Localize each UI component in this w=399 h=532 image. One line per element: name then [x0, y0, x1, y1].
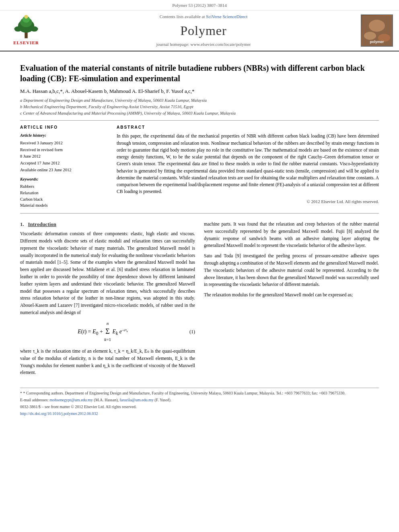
intro-right-para-2: The relaxation modulus for the generaliz…: [204, 292, 379, 299]
article-info-col: ARTICLE INFO Article history: Received 3…: [20, 125, 109, 209]
issn-line: 0032-3861/$ – see front matter © 2012 El…: [20, 404, 379, 410]
journal-homepage: journal homepage: www.elsevier.com/locat…: [156, 41, 251, 47]
elsevier-logo: ELSEVIER: [4, 14, 48, 47]
polymer-cover-image: polymer: [362, 16, 392, 46]
svg-point-8: [369, 20, 385, 32]
abstract-heading: ABSTRACT: [117, 125, 379, 130]
accepted-date: Accepted 17 June 2012: [20, 160, 109, 166]
journal-name: Polymer: [180, 22, 226, 40]
affiliation-a: a Department of Engineering Design and M…: [20, 97, 379, 104]
polymer-logo: polymer: [359, 14, 395, 47]
contents-text: Contents lists available at: [160, 14, 205, 19]
formula-block: E(t) = E0 + n Σ k=1 Ek e: [20, 320, 195, 344]
keyword-2: Carbon black: [20, 197, 109, 203]
svg-point-4: [24, 15, 28, 18]
star-footnote: * * Corresponding authors. Department of…: [20, 390, 379, 396]
footnotes: * * Corresponding authors. Department of…: [20, 388, 379, 417]
keywords-label: Keywords:: [20, 177, 109, 183]
elsevier-brand-text: ELSEVIER: [13, 40, 39, 46]
doi-line: http://dx.doi.org/10.1016/j.polymer.2012…: [20, 411, 379, 417]
affiliation-b: b Mechanical Engineering Department, Fac…: [20, 104, 379, 110]
svg-point-6: [31, 27, 38, 32]
intro-left-col: 1. Introduction Viscoelastic deformation…: [20, 221, 195, 380]
intro-right-para-1: Sato and Toda [9] investigated the peeli…: [204, 253, 379, 288]
email1-link[interactable]: mohsenegypt@um.edu.my: [49, 398, 93, 402]
affiliation-c: c Center of Advanced Manufacturing and M…: [20, 110, 379, 117]
formula-description: where τ_k is the relaxation time of an e…: [20, 348, 195, 376]
page: Polymer 53 (2012) 3807–3814 ELSEVIER: [0, 0, 399, 532]
star-note-text: * Corresponding authors. Department of E…: [23, 391, 346, 395]
intro-heading-num: 1.: [20, 221, 24, 227]
email1-author: (M.A. Hassan),: [94, 398, 119, 402]
keyword-0: Rubbers: [20, 184, 109, 190]
email2-author: (F. Yusof).: [154, 398, 171, 402]
star-icon: *: [20, 391, 22, 395]
abstract-col: ABSTRACT In this paper, the experimental…: [117, 125, 379, 209]
article-info-heading: ARTICLE INFO: [20, 125, 109, 130]
email-footnote: E-mail addresses: mohsenegypt@um.edu.my …: [20, 397, 379, 403]
citation-text: Polymer 53 (2012) 3807–3814: [172, 3, 226, 8]
formula-number: (1): [189, 329, 195, 335]
keyword-1: Relaxation: [20, 190, 109, 196]
revised-label: Received in revised form: [20, 147, 109, 153]
svg-point-5: [14, 27, 21, 32]
doi-link[interactable]: http://dx.doi.org/10.1016/j.polymer.2012…: [20, 411, 98, 416]
intro-heading: 1. Introduction: [20, 221, 195, 228]
received-date: Received 3 January 2012: [20, 140, 109, 146]
abstract-body: In this paper, the experimental data of …: [117, 133, 379, 195]
intro-right-col: machine parts. It was found that the rel…: [204, 221, 379, 380]
info-abstract-cols: ARTICLE INFO Article history: Received 3…: [20, 125, 379, 209]
intro-para-0: Viscoelastic deformation consists of thr…: [20, 230, 195, 316]
polymer-logo-box: polymer: [361, 14, 393, 47]
copyright-notice: © 2012 Elsevier Ltd. All rights reserved…: [117, 199, 379, 205]
svg-point-9: [364, 32, 376, 40]
intro-heading-text: Introduction: [28, 221, 57, 227]
header-divider: [20, 120, 379, 121]
journal-header: ELSEVIER Contents lists available at Sci…: [0, 10, 399, 51]
revised-date: 8 June 2012: [20, 154, 109, 160]
article-title: Evaluation of the material constants of …: [20, 63, 379, 84]
intro-two-cols: 1. Introduction Viscoelastic deformation…: [20, 221, 379, 380]
svg-text:polymer: polymer: [370, 40, 384, 44]
elsevier-tree-icon: [10, 15, 42, 39]
authors-line: M.A. Hassan a,b,c,*, A. Abouel-Kasem b, …: [20, 88, 379, 95]
history-label: Article history:: [20, 133, 109, 139]
sciverse-line: Contents lists available at SciVerse Sci…: [160, 14, 247, 20]
main-content: Evaluation of the material constants of …: [0, 51, 399, 426]
email-label: E-mail addresses:: [20, 398, 49, 402]
journal-center: Contents lists available at SciVerse Sci…: [52, 14, 355, 47]
formula-equation: E(t) = E0 + n Σ k=1 Ek e: [20, 320, 185, 344]
affiliations: a Department of Engineering Design and M…: [20, 97, 379, 116]
intro-right-para-0: machine parts. It was found that the rel…: [204, 221, 379, 249]
email2-link[interactable]: farazila@um.edu.my: [120, 398, 154, 402]
introduction-section: 1. Introduction Viscoelastic deformation…: [20, 221, 379, 380]
sciverse-link[interactable]: SciVerse ScienceDirect: [206, 14, 247, 19]
online-date: Available online 23 June 2012: [20, 167, 109, 173]
abstract-divider: [20, 213, 379, 214]
keyword-3: Material models: [20, 203, 109, 209]
top-citation-bar: Polymer 53 (2012) 3807–3814: [0, 0, 399, 10]
